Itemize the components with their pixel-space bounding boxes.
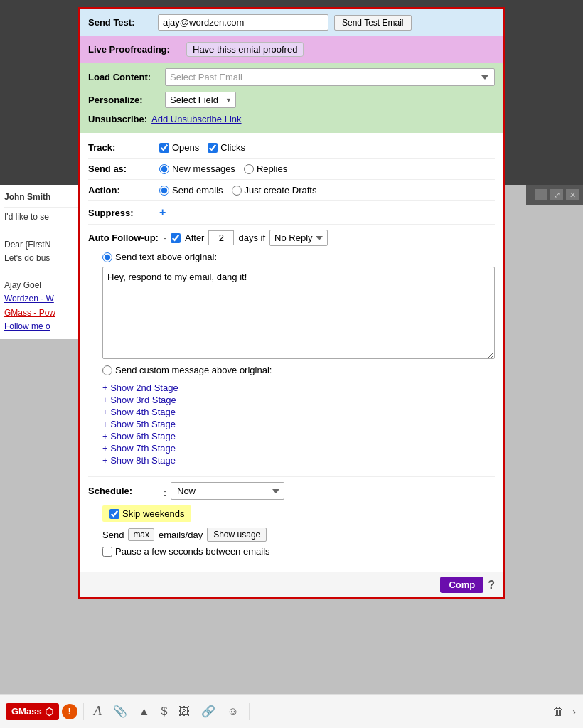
gmass-button[interactable]: GMass ⬡ [6, 703, 59, 720]
clicks-checkbox-wrapper[interactable]: Clicks [208, 142, 245, 153]
send-test-email-input[interactable] [158, 14, 328, 31]
send-emails-label: Send emails [172, 185, 223, 196]
followup-checkbox[interactable] [171, 233, 181, 243]
send-text-radio[interactable] [102, 252, 112, 262]
maximize-button[interactable]: ⤢ [550, 189, 563, 200]
custom-message-row: Send custom message above original: [102, 365, 495, 375]
days-if-label: days if [238, 232, 265, 243]
just-create-drafts-label: Just create Drafts [245, 185, 317, 196]
proofreading-badge: Have thiss emial proofred [186, 42, 304, 57]
followme-link[interactable]: Follow me o [4, 320, 80, 333]
white-section: Track: Opens Clicks Send as: New message… [80, 133, 503, 572]
pause-checkbox[interactable] [102, 547, 112, 557]
send-emails-radio-wrapper[interactable]: Send emails [159, 185, 223, 196]
comp-button[interactable]: Comp [440, 577, 483, 593]
schedule-label: Schedule: [88, 486, 159, 496]
stage-links: + Show 2nd Stage+ Show 3rd Stage+ Show 4… [102, 382, 495, 466]
replies-radio-wrapper[interactable]: Replies [244, 164, 287, 174]
followup-days-input[interactable] [208, 230, 234, 245]
just-create-drafts-radio-wrapper[interactable]: Just create Drafts [232, 185, 317, 196]
opens-checkbox-wrapper[interactable]: Opens [159, 142, 199, 153]
minimize-button[interactable]: — [535, 189, 547, 200]
skip-weekends-checkbox-wrapper[interactable]: Skip weekends [109, 508, 184, 519]
just-create-drafts-radio[interactable] [232, 186, 242, 196]
opens-label: Opens [172, 142, 199, 153]
select-past-email-dropdown[interactable]: Select Past Email [165, 68, 495, 86]
help-icon[interactable]: ? [488, 579, 495, 592]
window-controls: — ⤢ ✕ [526, 185, 583, 205]
send-emails-radio[interactable] [159, 186, 169, 196]
clicks-checkbox[interactable] [208, 143, 218, 153]
send-as-controls: New messages Replies [159, 164, 287, 174]
schedule-header: Schedule: - Now Later [88, 482, 495, 500]
drive-button[interactable]: ▲ [134, 702, 154, 721]
gmass-link[interactable]: GMass - Pow [4, 306, 80, 320]
unsubscribe-label: Unsubscribe: [88, 114, 147, 124]
image-button[interactable]: 🖼 [174, 702, 194, 721]
clicks-label: Clicks [220, 142, 245, 153]
auto-followup-dash-link[interactable]: - [164, 233, 166, 243]
select-field-dropdown[interactable]: Select Field [165, 92, 236, 108]
stage-link-5[interactable]: + Show 5th Stage [102, 419, 495, 429]
new-messages-radio-wrapper[interactable]: New messages [159, 164, 235, 174]
skip-weekends-checkbox[interactable] [109, 509, 119, 519]
suppress-label: Suppress: [88, 208, 159, 218]
send-text-radio-wrapper[interactable]: Send text above original: [102, 252, 217, 262]
followup-condition-select[interactable]: No Reply Reply [269, 230, 328, 246]
send-text-above-row: Send text above original: [102, 252, 495, 262]
action-controls: Send emails Just create Drafts [159, 185, 316, 196]
skip-weekends-label: Skip weekends [122, 508, 184, 519]
pause-label: Pause a few seconds between emails [115, 546, 270, 557]
followup-textarea[interactable]: Hey, respond to my email, dang it! [102, 267, 495, 359]
schedule-dropdown[interactable]: Now Later [171, 482, 284, 500]
send-test-email-button[interactable]: Send Test Email [334, 15, 412, 31]
skip-weekends-row: Skip weekends [102, 505, 191, 522]
custom-message-radio[interactable] [102, 365, 112, 375]
attach-button[interactable]: 📎 [109, 702, 132, 721]
link-button[interactable]: 🔗 [197, 702, 220, 721]
track-label: Track: [88, 142, 159, 153]
pause-row: Pause a few seconds between emails [102, 546, 495, 557]
add-unsubscribe-link[interactable]: Add Unsubscribe Link [151, 114, 241, 124]
emoji-button[interactable]: ☺ [223, 702, 242, 721]
stage-link-7[interactable]: + Show 7th Stage [102, 443, 495, 454]
pause-checkbox-wrapper[interactable]: Pause a few seconds between emails [102, 546, 270, 557]
personalize-row: Personalize: Select Field [88, 92, 495, 108]
followup-checkbox-wrapper[interactable] [171, 233, 181, 243]
warning-button[interactable]: ! [62, 704, 77, 719]
opens-checkbox[interactable] [159, 143, 169, 153]
emails-day-label: emails/day [159, 530, 203, 540]
gmail-toolbar: GMass ⬡ ! A 📎 ▲ $ 🖼 🔗 ☺ 🗑 › [0, 694, 583, 728]
auto-followup-label: Auto Follow-up: [88, 232, 159, 243]
replies-radio[interactable] [244, 164, 254, 174]
schedule-dash-link[interactable]: - [164, 486, 166, 496]
live-proofreading-row: Live Proofreading: Have thiss emial proo… [80, 36, 503, 63]
gmass-logo-icon: ⬡ [45, 706, 53, 717]
gmass-label: GMass [11, 706, 42, 717]
suppress-plus-button[interactable]: + [159, 206, 166, 219]
stage-link-4[interactable]: + Show 4th Stage [102, 407, 495, 417]
send-text-above-label: Send text above original: [115, 252, 217, 262]
money-button[interactable]: $ [156, 702, 171, 721]
new-messages-radio[interactable] [159, 164, 169, 174]
show-usage-button[interactable]: Show usage [207, 528, 267, 542]
gmass-settings-panel: Send Test: Send Test Email Live Proofrea… [78, 7, 505, 599]
preview-line-4: Ajay Goel [4, 279, 80, 292]
send-test-row: Send Test: Send Test Email [80, 9, 503, 36]
delete-button[interactable]: 🗑 [548, 702, 568, 721]
send-test-label: Send Test: [88, 17, 152, 28]
stage-link-6[interactable]: + Show 6th Stage [102, 431, 495, 441]
load-content-row: Load Content: Select Past Email [88, 68, 495, 86]
stage-link-3[interactable]: + Show 3rd Stage [102, 395, 495, 405]
stage-link-8[interactable]: + Show 8th Stage [102, 455, 495, 466]
stage-link-2[interactable]: + Show 2nd Stage [102, 382, 495, 393]
close-button[interactable]: ✕ [566, 189, 579, 200]
new-messages-label: New messages [172, 164, 235, 174]
custom-message-radio-wrapper[interactable]: Send custom message above original: [102, 365, 272, 375]
preview-line-2: Dear {FirstN [4, 238, 80, 252]
wordzen-link[interactable]: Wordzen - W [4, 292, 80, 306]
format-text-button[interactable]: A [90, 701, 106, 722]
action-row: Action: Send emails Just create Drafts [88, 180, 495, 201]
select-field-wrapper: Select Field [165, 92, 236, 108]
more-options-button[interactable]: › [571, 703, 577, 720]
